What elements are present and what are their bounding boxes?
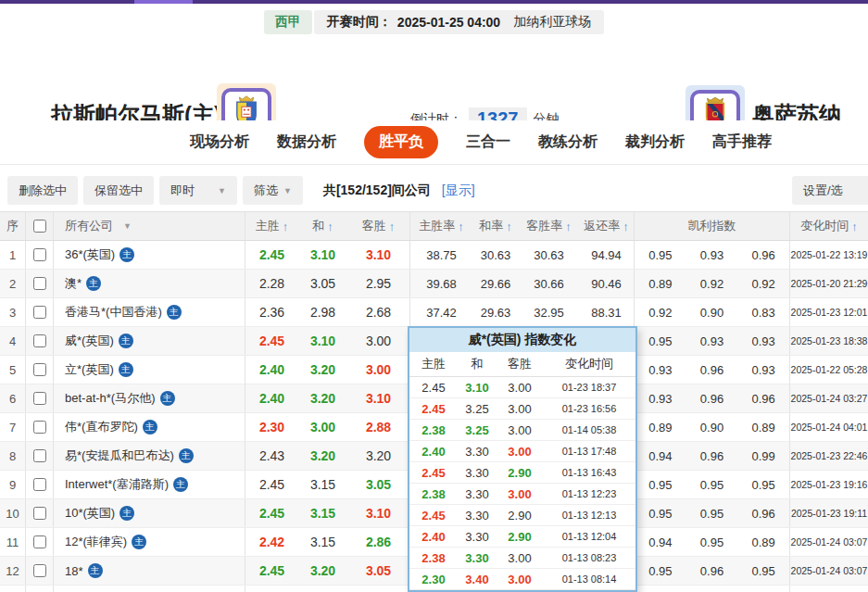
kelly-draw: 0.93 (686, 248, 738, 262)
tab-referee-analysis[interactable]: 裁判分析 (625, 132, 685, 152)
popup-row: 2.453.302.9001-13 16:43 (409, 462, 635, 484)
row-checkbox[interactable] (33, 564, 46, 577)
change-time: 2025-01-23 12:01 (790, 298, 868, 326)
tab-win-draw-lose[interactable]: 胜平负 (364, 126, 438, 158)
row-checkbox[interactable] (33, 306, 46, 319)
kelly-draw: 0.96 (686, 449, 738, 463)
main-company-icon: 主 (86, 276, 101, 291)
home-odds: 2.45 (245, 241, 298, 269)
company-cell[interactable]: Interwet*(塞浦路斯)主 (54, 471, 245, 498)
away-odds: 2.95 (347, 270, 410, 297)
company-cell[interactable]: 10*(英国)主 (54, 499, 245, 527)
row-checkbox[interactable] (33, 248, 46, 261)
delete-selected-button[interactable]: 删除选中 (7, 176, 78, 205)
away-rate: 30.66 (519, 270, 579, 297)
checkbox-cell (26, 356, 54, 384)
tab-coach-analysis[interactable]: 教练分析 (538, 132, 598, 152)
popup-home-odds: 2.40 (409, 445, 458, 459)
header-change-time[interactable]: 变化时间 ↑ (790, 212, 868, 240)
sort-up-icon: ↑ (565, 220, 572, 233)
row-index: 4 (0, 327, 26, 355)
company-cell[interactable]: 威*(英国)主 (54, 327, 245, 355)
tab-live-analysis[interactable]: 现场分析 (190, 132, 249, 152)
kickoff-time: 2025-01-25 04:00 (397, 15, 500, 30)
header-draw-odds[interactable]: 和 ↑ (298, 212, 347, 240)
filter-dropdown[interactable]: 筛选 ▼ (243, 176, 303, 205)
kelly-draw: 0.95 (686, 478, 738, 492)
keep-selected-button[interactable]: 保留选中 (83, 176, 154, 205)
toolbar-left: 删除选中 保留选中 即时 ▼ 筛选 ▼ 共[152/152]间公司 [显示] (7, 176, 868, 205)
table-row[interactable]: 2澳*主2.283.052.9539.6829.6630.6690.460.89… (0, 270, 868, 298)
row-checkbox[interactable] (33, 363, 46, 376)
sort-up-icon: ↑ (506, 220, 512, 233)
page-progress-bar (0, 0, 868, 4)
popup-home-odds: 2.30 (409, 573, 458, 586)
header-away-rate[interactable]: 客胜率 ↑ (519, 212, 579, 240)
company-cell[interactable]: bet-at-h*(马尔他)主 (54, 384, 245, 412)
header-company[interactable]: 所有公司 ▼ (54, 212, 245, 240)
company-cell[interactable]: 18*主 (54, 557, 245, 585)
tab-data-analysis[interactable]: 数据分析 (277, 132, 336, 152)
header-draw-rate[interactable]: 和率 ↑ (472, 212, 519, 240)
odds-change-popup: 威*(英国) 指数变化 主胜 和 客胜 变化时间 2.453.103.0001-… (408, 326, 637, 592)
draw-odds: 3.10 (298, 241, 347, 269)
company-cell[interactable]: 36*(英国)主 (54, 241, 245, 269)
kelly-draw: 0.90 (686, 421, 738, 435)
settings-button[interactable]: 设置/选 (792, 176, 868, 205)
row-checkbox[interactable] (33, 392, 46, 405)
company-cell[interactable]: 香港马*(中国香港)主 (54, 298, 245, 326)
show-link[interactable]: [显示] (442, 183, 475, 199)
company-name: 威*(英国) (65, 333, 114, 349)
checkbox-cell (26, 384, 54, 412)
header-return-rate[interactable]: 返还率 ↑ (579, 212, 635, 240)
select-all-checkbox[interactable] (33, 220, 46, 233)
kelly-cell: 0.920.900.83 (635, 298, 790, 326)
header-home-rate[interactable]: 主胜率 ↑ (410, 212, 472, 240)
company-cell[interactable]: 立*(英国)主 (54, 356, 245, 384)
popup-home-odds: 2.45 (409, 509, 458, 523)
sort-up-icon: ↑ (623, 220, 629, 233)
checkbox-cell (26, 270, 54, 297)
odds-mode-dropdown[interactable]: 即时 ▼ (159, 176, 237, 205)
checkbox-cell (26, 442, 54, 470)
caret-down-icon: ▼ (218, 186, 226, 195)
main-company-icon: 主 (173, 477, 188, 492)
away-odds: 3.10 (347, 241, 410, 269)
draw-odds: 3.15 (298, 528, 347, 556)
kelly-home: 0.95 (635, 507, 686, 521)
kelly-cell: 0.940.950.89 (635, 528, 790, 556)
table-row[interactable]: 3香港马*(中国香港)主2.362.982.6837.4229.6332.958… (0, 298, 868, 327)
header-away-odds[interactable]: 客胜 ↑ (347, 212, 410, 240)
kelly-away: 0.95 (737, 564, 789, 578)
popup-draw-odds: 3.10 (458, 381, 497, 395)
table-row[interactable]: 136*(英国)主2.453.103.1038.7530.6330.6394.9… (0, 241, 868, 270)
row-checkbox[interactable] (33, 449, 46, 462)
change-time: 2025-01-24 03:07 (790, 528, 868, 556)
tab-three-in-one[interactable]: 三合一 (466, 132, 510, 152)
company-cell[interactable]: 12*(菲律宾)主 (54, 528, 245, 556)
popup-title: 威*(英国) 指数变化 (409, 328, 635, 352)
tab-expert-picks[interactable]: 高手推荐 (712, 132, 772, 152)
odds-mode-label: 即时 (170, 183, 195, 199)
header-home-odds[interactable]: 主胜 ↑ (245, 212, 298, 240)
kickoff-info: 开赛时间： 2025-01-25 04:00 加纳利亚球场 (314, 10, 604, 34)
company-cell[interactable]: 伟*(直布罗陀)主 (54, 413, 245, 441)
row-checkbox[interactable] (33, 535, 46, 548)
home-odds: 2.40 (245, 356, 298, 384)
popup-change-time: 01-23 16:56 (543, 403, 635, 414)
row-index: 12 (0, 557, 26, 585)
row-checkbox[interactable] (33, 507, 46, 520)
popup-away-odds: 3.00 (497, 402, 543, 416)
company-cell[interactable]: 澳*主 (54, 270, 245, 297)
league-badge: 西甲 (264, 10, 312, 34)
kelly-home: 0.94 (635, 449, 686, 463)
kelly-home: 0.93 (635, 363, 686, 377)
kelly-draw: 0.93 (686, 334, 738, 348)
odds-comparison-page: { "colors": { "accent_orange": "#ea4a10"… (0, 0, 868, 592)
kelly-home: 0.95 (635, 564, 686, 578)
row-checkbox[interactable] (33, 334, 46, 347)
row-checkbox[interactable] (33, 421, 46, 434)
row-checkbox[interactable] (33, 478, 46, 491)
company-cell[interactable]: 易*(安提瓜和巴布达)主 (54, 442, 245, 470)
row-checkbox[interactable] (33, 277, 46, 290)
